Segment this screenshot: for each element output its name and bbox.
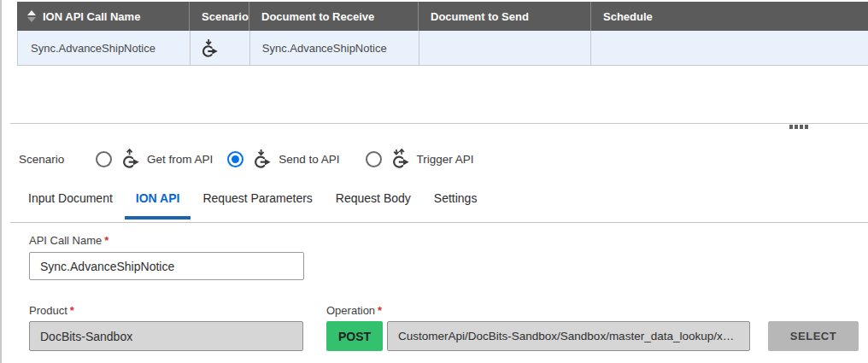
radio-label: Send to API: [279, 153, 339, 166]
send-to-api-icon: [201, 38, 219, 58]
send-to-api-icon: [253, 149, 272, 169]
scenario-radio-group: Scenario Get from API Send to API Trigge…: [19, 149, 489, 169]
scenario-group-label: Scenario: [19, 153, 96, 166]
get-from-api-icon: [121, 149, 140, 169]
trigger-api-icon: [391, 149, 410, 169]
tab-input-document[interactable]: Input Document: [28, 190, 113, 220]
radio-label: Trigger API: [417, 153, 474, 166]
radio-trigger-api[interactable]: Trigger API: [366, 149, 474, 169]
column-header-scenario[interactable]: Scenario: [190, 2, 249, 31]
product-label: Product*: [29, 304, 74, 317]
radio-circle-selected[interactable]: [227, 151, 243, 167]
radio-circle[interactable]: [96, 151, 112, 167]
field-label-text: Operation: [326, 304, 375, 317]
column-header-label: Scenario: [202, 10, 249, 23]
column-header-document-to-send[interactable]: Document to Send: [419, 2, 591, 31]
radio-send-to-api[interactable]: Send to API: [227, 149, 339, 169]
drag-handle[interactable]: [789, 125, 808, 129]
column-header-document-to-receive[interactable]: Document to Receive: [249, 2, 419, 31]
required-asterisk: *: [378, 304, 382, 317]
cell-scenario: [191, 31, 250, 65]
radio-label: Get from API: [147, 153, 213, 166]
tab-request-body[interactable]: Request Body: [336, 190, 411, 220]
api-call-name-input[interactable]: [29, 252, 304, 280]
radio-get-from-api[interactable]: Get from API: [96, 149, 213, 169]
tabs-baseline-divider: [10, 222, 868, 223]
cell-document-to-send: [419, 31, 592, 65]
cell-document-to-receive: Sync.AdvanceShipNotice: [250, 31, 419, 65]
select-operation-button[interactable]: SELECT: [768, 321, 859, 351]
column-header-label: ION API Call Name: [43, 10, 140, 23]
table-row[interactable]: Sync.AdvanceShipNotice Sync.AdvanceShipN…: [17, 31, 868, 66]
field-label-text: API Call Name: [29, 234, 102, 247]
cell-ion-api-call-name: Sync.AdvanceShipNotice: [18, 31, 191, 65]
splitter-divider: [10, 123, 868, 124]
tab-strip: Input Document ION API Request Parameter…: [28, 190, 477, 220]
product-input[interactable]: [29, 321, 303, 351]
cell-schedule: [591, 31, 868, 65]
tab-request-parameters[interactable]: Request Parameters: [202, 190, 312, 220]
operation-label: Operation*: [326, 304, 382, 317]
column-header-label: Document to Send: [431, 10, 529, 23]
tab-settings[interactable]: Settings: [434, 190, 478, 220]
sort-icon[interactable]: [27, 10, 36, 22]
tab-ion-api[interactable]: ION API: [125, 190, 191, 220]
operation-path-input[interactable]: [387, 321, 750, 351]
required-asterisk: *: [104, 234, 108, 247]
ion-api-config-panel: ION API Call Name Scenario Document to R…: [0, 0, 868, 363]
required-asterisk: *: [70, 304, 74, 317]
field-label-text: Product: [29, 304, 67, 317]
api-calls-table: ION API Call Name Scenario Document to R…: [17, 2, 868, 66]
radio-circle[interactable]: [366, 151, 382, 167]
http-method-badge: POST: [326, 321, 383, 351]
column-header-ion-api-call-name[interactable]: ION API Call Name: [17, 2, 190, 31]
column-header-label: Schedule: [603, 10, 653, 23]
column-header-label: Document to Receive: [261, 10, 374, 23]
api-call-name-label: API Call Name*: [29, 234, 108, 247]
column-header-schedule[interactable]: Schedule: [591, 2, 868, 31]
table-header-row: ION API Call Name Scenario Document to R…: [17, 2, 868, 31]
